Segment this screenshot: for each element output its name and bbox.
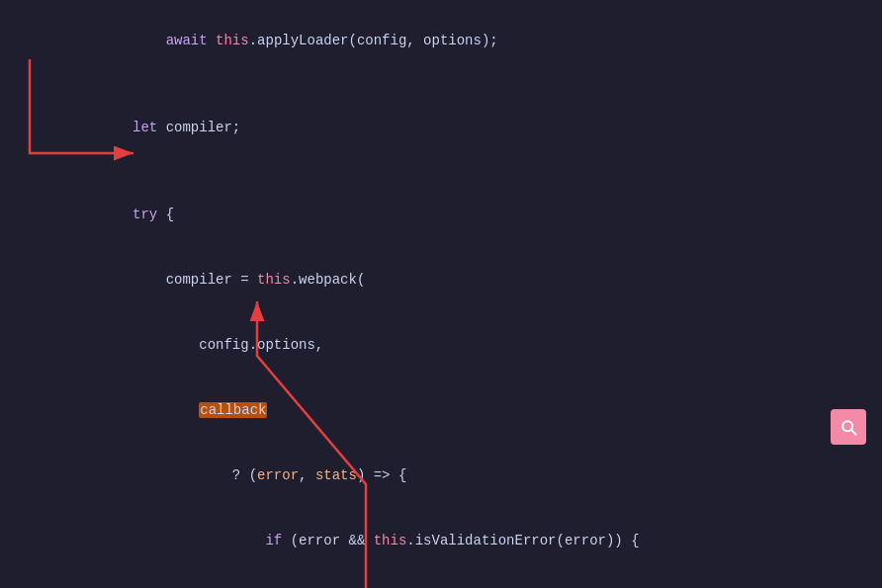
line-content — [49, 160, 866, 182]
code-line-logger1: this.logger.error(error.message); — [0, 573, 882, 588]
code-line-blank-0 — [0, 73, 882, 95]
code-line-ternary: ? (error, stats) => { — [0, 443, 882, 508]
callback-highlight: callback — [199, 402, 267, 418]
code-line-top: await this.applyLoader(config, options); — [0, 8, 882, 73]
line-content: await this.applyLoader(config, options); — [49, 8, 866, 73]
code-line-config: config.options, — [0, 312, 882, 378]
code-editor: await this.applyLoader(config, options);… — [0, 0, 882, 588]
line-content: this.logger.error(error.message); — [49, 573, 866, 588]
search-button[interactable] — [831, 409, 866, 445]
code-line-compiler: compiler = this.webpack( — [0, 247, 882, 312]
line-content: let compiler; — [49, 95, 866, 160]
line-content: config.options, — [49, 312, 866, 378]
search-icon — [838, 417, 858, 437]
line-content: callback — [49, 378, 866, 443]
line-content — [49, 73, 866, 95]
line-content: compiler = this.webpack( — [49, 247, 866, 312]
code-line-if: if (error && this.isValidationError(erro… — [0, 508, 882, 573]
code-line-callback: callback — [0, 378, 882, 443]
line-content: ? (error, stats) => { — [49, 443, 866, 508]
line-content: try { — [49, 182, 866, 247]
code-line-blank-1 — [0, 160, 882, 182]
line-content: if (error && this.isValidationError(erro… — [49, 508, 866, 573]
code-line-let: let compiler; — [0, 95, 882, 160]
code-line-try: try { — [0, 182, 882, 247]
